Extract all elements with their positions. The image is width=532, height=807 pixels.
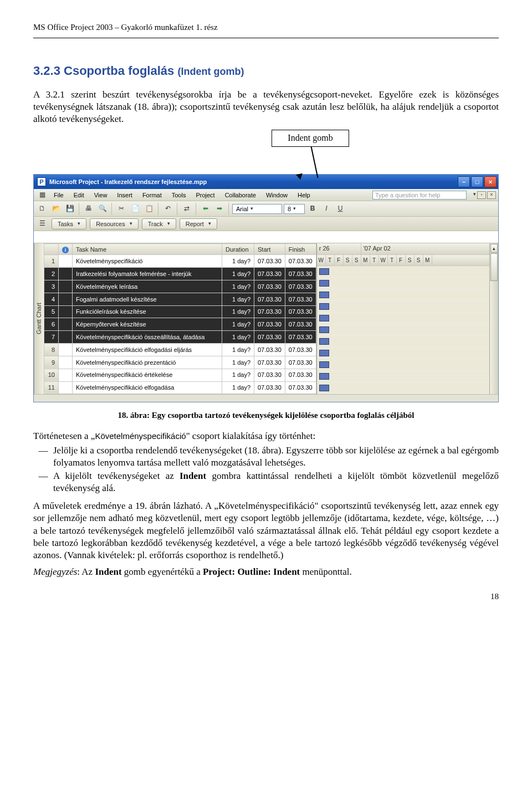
row-duration[interactable]: 1 day? xyxy=(222,344,254,356)
row-start[interactable]: 07.03.30 xyxy=(254,344,285,356)
gantt-row[interactable] xyxy=(317,382,498,394)
row-id[interactable]: 8 xyxy=(44,344,59,356)
table-row[interactable]: 2Iratkezelési folyamatok felmérése - int… xyxy=(44,268,316,280)
row-taskname[interactable]: Fogalmi adatmodell készítése xyxy=(73,293,222,305)
save-icon[interactable]: 💾 xyxy=(64,203,76,215)
row-taskname[interactable]: Követelmények leírása xyxy=(73,280,222,293)
row-info-cell[interactable] xyxy=(59,318,73,331)
row-info-cell[interactable] xyxy=(59,268,73,280)
table-row[interactable]: 5Funkcióleírások készítése1 day?07.03.30… xyxy=(44,305,316,318)
row-duration[interactable]: 1 day? xyxy=(222,268,254,280)
link-icon[interactable]: ⇄ xyxy=(181,203,193,215)
row-finish[interactable]: 07.03.30 xyxy=(285,318,316,331)
gantt-bar[interactable] xyxy=(319,350,329,356)
preview-icon[interactable]: 🔍 xyxy=(96,203,109,215)
gantt-row[interactable] xyxy=(317,348,498,359)
row-duration[interactable]: 1 day? xyxy=(222,280,254,293)
row-duration[interactable]: 1 day? xyxy=(222,255,254,268)
outdent-icon[interactable]: ⬅ xyxy=(200,203,212,215)
row-id[interactable]: 6 xyxy=(44,318,59,331)
gantt-bar[interactable] xyxy=(319,303,329,310)
help-search-input[interactable]: Type a question for help xyxy=(372,191,467,200)
row-start[interactable]: 07.03.30 xyxy=(254,268,285,280)
row-taskname[interactable]: Követelményspecifikáció összeállítása, á… xyxy=(73,331,222,344)
maximize-button[interactable]: □ xyxy=(471,176,483,187)
row-duration[interactable]: 1 day? xyxy=(222,293,254,305)
gantt-bar[interactable] xyxy=(319,385,329,391)
row-finish[interactable]: 07.03.30 xyxy=(285,331,316,344)
gantt-row[interactable] xyxy=(317,371,498,382)
row-id[interactable]: 3 xyxy=(44,280,59,293)
font-size-input[interactable]: 8▾ xyxy=(284,204,305,214)
row-id[interactable]: 1 xyxy=(44,255,59,268)
paste-icon[interactable]: 📋 xyxy=(143,203,155,215)
menu-view[interactable]: View xyxy=(90,190,112,200)
menu-file[interactable]: File xyxy=(49,190,68,200)
row-info-cell[interactable] xyxy=(59,344,73,356)
table-row[interactable]: 9Követelményspecifikáció prezentáció1 da… xyxy=(44,356,316,369)
gantt-row[interactable] xyxy=(317,313,498,324)
row-start[interactable]: 07.03.30 xyxy=(254,369,285,381)
doc-close-button[interactable]: × xyxy=(487,191,496,199)
row-start[interactable]: 07.03.30 xyxy=(254,318,285,331)
gantt-row[interactable] xyxy=(317,278,498,289)
col-header-finish[interactable]: Finish xyxy=(285,244,316,255)
row-start[interactable]: 07.03.30 xyxy=(254,280,285,293)
row-info-cell[interactable] xyxy=(59,369,73,381)
gantt-row[interactable] xyxy=(317,266,498,278)
menu-format[interactable]: Format xyxy=(138,190,166,200)
vertical-scrollbar[interactable]: ▴ xyxy=(489,243,498,394)
row-taskname[interactable]: Követelményspecifikáció elfogadási eljár… xyxy=(73,344,222,356)
row-finish[interactable]: 07.03.30 xyxy=(285,344,316,356)
row-taskname[interactable]: Követelményspecifikáció xyxy=(73,255,222,268)
row-duration[interactable]: 1 day? xyxy=(222,356,254,369)
horizontal-scrollbar[interactable] xyxy=(34,394,498,402)
row-start[interactable]: 07.03.30 xyxy=(254,255,285,268)
table-row[interactable]: 11Követelményspecifikáció elfogadása1 da… xyxy=(44,381,316,394)
row-info-cell[interactable] xyxy=(59,331,73,344)
bold-icon[interactable]: B xyxy=(306,203,319,215)
new-icon[interactable]: 🗋 xyxy=(36,203,48,215)
guide-resources-button[interactable]: Resources▾ xyxy=(90,218,139,229)
row-taskname[interactable]: Képernyőtervek készítése xyxy=(73,318,222,331)
close-button[interactable]: × xyxy=(484,176,497,187)
row-taskname[interactable]: Követelményspecifikáció prezentáció xyxy=(73,356,222,369)
row-duration[interactable]: 1 day? xyxy=(222,331,254,344)
gantt-bar[interactable] xyxy=(319,292,329,298)
row-id[interactable]: 11 xyxy=(44,381,59,394)
col-header-start[interactable]: Start xyxy=(254,244,285,255)
gantt-row[interactable] xyxy=(317,301,498,313)
guide-track-button[interactable]: Track▾ xyxy=(142,218,176,229)
col-header-info[interactable]: i xyxy=(59,244,73,255)
row-finish[interactable]: 07.03.30 xyxy=(285,381,316,394)
italic-icon[interactable]: I xyxy=(320,203,332,215)
open-icon[interactable]: 📂 xyxy=(50,203,62,215)
row-duration[interactable]: 1 day? xyxy=(222,305,254,318)
col-header-id[interactable] xyxy=(44,244,59,255)
row-taskname[interactable]: Követelményspecifikáció elfogadása xyxy=(73,381,222,394)
row-finish[interactable]: 07.03.30 xyxy=(285,369,316,381)
guide-toggle-icon[interactable]: ☰ xyxy=(36,218,48,230)
gantt-bar[interactable] xyxy=(319,315,329,321)
table-row[interactable]: 1Követelményspecifikáció1 day?07.03.3007… xyxy=(44,255,316,268)
row-duration[interactable]: 1 day? xyxy=(222,318,254,331)
row-id[interactable]: 10 xyxy=(44,369,59,381)
control-menu-icon[interactable]: ▦ xyxy=(36,189,48,201)
doc-restore-button[interactable]: ▫ xyxy=(477,191,486,199)
menu-collaborate[interactable]: Collaborate xyxy=(221,190,260,200)
undo-icon[interactable]: ↶ xyxy=(162,203,174,215)
menu-tools[interactable]: Tools xyxy=(167,190,191,200)
menu-window[interactable]: Window xyxy=(262,190,292,200)
row-info-cell[interactable] xyxy=(59,255,73,268)
menu-insert[interactable]: Insert xyxy=(112,190,137,200)
gantt-row[interactable] xyxy=(317,359,498,371)
row-start[interactable]: 07.03.30 xyxy=(254,293,285,305)
table-row[interactable]: 8Követelményspecifikáció elfogadási eljá… xyxy=(44,344,316,356)
gantt-area[interactable]: r 26 '07 Apr 02 WTFSSMTWTFSSM xyxy=(316,243,498,394)
row-id[interactable]: 5 xyxy=(44,305,59,318)
cut-icon[interactable]: ✂ xyxy=(115,203,127,215)
row-info-cell[interactable] xyxy=(59,381,73,394)
menu-edit[interactable]: Edit xyxy=(69,190,89,200)
task-table[interactable]: i Task Name Duration Start Finish 1Követ… xyxy=(44,243,316,394)
minimize-button[interactable]: – xyxy=(458,176,470,187)
